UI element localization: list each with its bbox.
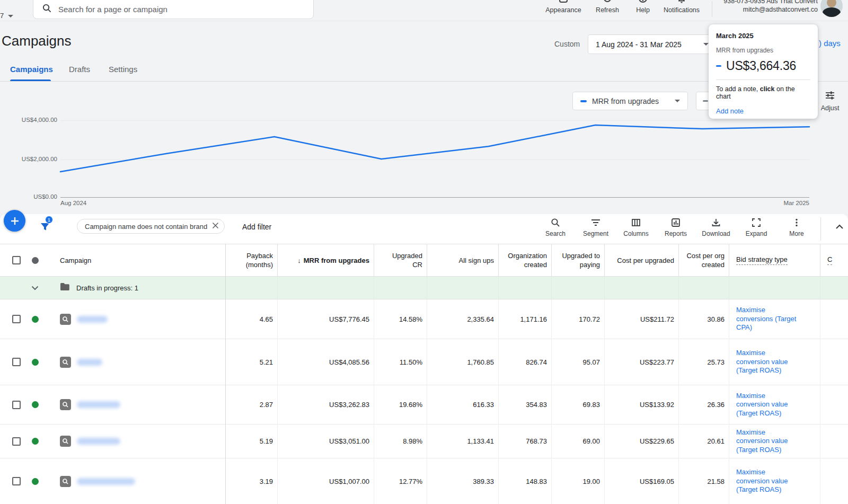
search-table-button[interactable]: Search xyxy=(536,217,575,237)
header-mrr-sorted[interactable]: ↓MRR from upgrades xyxy=(277,244,374,276)
tooltip-month: March 2025 xyxy=(716,32,810,40)
campaign-name-redacted[interactable] xyxy=(77,316,108,323)
select-all-checkbox[interactable] xyxy=(12,256,21,264)
download-button[interactable]: Download xyxy=(697,217,735,237)
campaign-name-redacted[interactable] xyxy=(77,359,102,366)
x-axis-line xyxy=(60,197,809,198)
sort-descending-icon: ↓ xyxy=(297,256,301,265)
series-dash-icon xyxy=(580,100,587,102)
reports-button[interactable]: Reports xyxy=(657,217,695,237)
avatar[interactable] xyxy=(820,0,843,17)
campaign-row[interactable]: 3.19 US$1,007.00 12.77% 389.33 148.83 19… xyxy=(0,458,848,504)
metric-dropdown[interactable]: MRR from upgrades xyxy=(572,92,688,110)
tooltip-metric: MRR from upgrades xyxy=(716,47,810,54)
header-org-created[interactable]: Organization created xyxy=(498,244,551,276)
frozen-column-divider xyxy=(225,244,226,504)
y-tick-label: US$0.00 xyxy=(7,193,57,200)
tooltip-hint: To add a note, click on the chart xyxy=(716,85,810,100)
header-cost-per-org[interactable]: Cost per org created xyxy=(678,244,729,276)
campaign-name-redacted[interactable] xyxy=(77,478,135,485)
chevron-down-icon[interactable] xyxy=(31,283,39,293)
group-row-label: Drafts in progress: 1 xyxy=(76,284,138,292)
create-campaign-fab[interactable] xyxy=(4,210,25,232)
row-checkbox[interactable] xyxy=(12,477,21,485)
search-icon xyxy=(536,217,575,228)
row-checkbox[interactable] xyxy=(12,358,21,366)
tab-campaigns[interactable]: Campaigns xyxy=(10,65,53,74)
expand-button[interactable]: Expand xyxy=(737,217,775,237)
x-tick-label-left: Aug 2024 xyxy=(60,200,86,206)
header-cost-per-upgraded[interactable]: Cost per upgraded xyxy=(604,244,678,276)
account-name: 938-073-0935 Ads That Convert xyxy=(723,0,818,5)
columns-button[interactable]: Columns xyxy=(617,217,655,237)
search-icon xyxy=(42,3,52,15)
adjust-button[interactable]: Adjust xyxy=(818,90,842,112)
account-id-partial[interactable]: 7 xyxy=(0,12,4,20)
appearance-icon xyxy=(540,0,587,4)
bid-strategy-link[interactable]: Maximise conversion value (Target ROAS) xyxy=(736,392,799,418)
collapse-table-button[interactable] xyxy=(834,222,845,234)
y-tick-label: US$2,000.00 xyxy=(7,156,57,162)
notifications-button[interactable]: Notifications xyxy=(658,0,705,18)
search-campaign-type-icon xyxy=(60,436,71,447)
columns-icon xyxy=(617,217,655,228)
expand-icon xyxy=(737,217,775,228)
bid-strategy-link[interactable]: Maximise conversions (Target CPA) xyxy=(736,306,799,332)
search-campaign-type-icon xyxy=(60,357,71,368)
more-button[interactable]: More xyxy=(778,217,816,237)
notifications-icon xyxy=(658,0,705,4)
status-enabled-dot xyxy=(32,438,39,445)
status-enabled-dot xyxy=(32,478,39,485)
bid-strategy-link[interactable]: Maximise conversion value (Target ROAS) xyxy=(736,349,799,375)
folder-icon xyxy=(60,282,70,293)
tooltip-value: US$3,664.36 xyxy=(726,59,796,73)
add-filter-button[interactable]: Add filter xyxy=(242,223,271,231)
filter-count-badge: 1 xyxy=(45,216,53,224)
add-note-link[interactable]: Add note xyxy=(716,107,810,115)
toolbar-divider xyxy=(820,217,821,241)
campaign-row[interactable]: 2.87 US$3,262.83 19.68% 616.33 354.83 69… xyxy=(0,385,848,425)
status-enabled-dot xyxy=(32,316,39,323)
row-checkbox[interactable] xyxy=(12,437,21,446)
chevron-down-icon xyxy=(703,43,709,46)
status-enabled-dot xyxy=(32,359,39,366)
tab-drafts[interactable]: Drafts xyxy=(69,65,90,74)
header-upgraded-to-paying[interactable]: Upgraded to paying xyxy=(551,244,604,276)
header-all-sign-ups[interactable]: All sign ups xyxy=(427,244,498,276)
tune-icon xyxy=(818,90,842,103)
bid-strategy-link[interactable]: Maximise conversion value (Target ROAS) xyxy=(736,428,799,455)
bid-strategy-link[interactable]: Maximise conversion value (Target ROAS) xyxy=(736,468,799,494)
campaign-row[interactable]: 5.21 US$4,085.56 11.50% 1,760.85 826.74 … xyxy=(0,339,848,385)
appearance-button[interactable]: Appearance xyxy=(540,0,587,18)
chevron-up-icon xyxy=(834,222,845,232)
top-bar: 7 Search for a page or campaign Appearan… xyxy=(0,0,848,21)
global-search-input[interactable]: Search for a page or campaign xyxy=(33,0,314,19)
campaign-row[interactable]: 4.65 US$7,776.45 14.58% 2,335.64 1,171.1… xyxy=(0,299,848,339)
campaign-name-redacted[interactable] xyxy=(77,401,120,408)
chevron-down-icon xyxy=(675,100,680,102)
header-bid-strategy[interactable]: Bid strategy type xyxy=(729,244,820,276)
tooltip-divider xyxy=(716,79,810,80)
filter-chip[interactable]: Campaign name does not contain brand xyxy=(77,219,225,234)
account-info[interactable]: 938-073-0935 Ads That Convert mitch@adst… xyxy=(723,0,818,14)
tab-settings[interactable]: Settings xyxy=(109,65,137,74)
header-campaign[interactable]: Campaign xyxy=(45,244,225,276)
drafts-group-row[interactable]: Drafts in progress: 1 xyxy=(0,277,848,299)
header-payback[interactable]: Payback (months) xyxy=(225,244,277,276)
campaign-name-redacted[interactable] xyxy=(77,438,120,445)
remove-filter-icon[interactable] xyxy=(212,222,219,231)
y-tick-label: US$4,000.00 xyxy=(7,117,57,123)
plus-icon xyxy=(10,216,20,226)
row-checkbox[interactable] xyxy=(12,315,21,323)
chevron-down-icon[interactable] xyxy=(8,15,13,17)
campaign-row[interactable]: 5.19 US$3,051.00 8.98% 1,133.41 768.73 6… xyxy=(0,425,848,458)
header-upgraded-cr[interactable]: Upgraded CR xyxy=(374,244,427,276)
period-quick-link-partial[interactable]: ) days xyxy=(819,39,841,48)
x-tick-label-right: Mar 2025 xyxy=(778,200,809,206)
gridline-4000 xyxy=(60,120,809,121)
header-partial-column[interactable]: C xyxy=(820,244,848,276)
segment-button[interactable]: Segment xyxy=(577,217,615,237)
row-checkbox[interactable] xyxy=(12,401,21,409)
date-range-selector[interactable]: 1 Aug 2024 - 31 Mar 2025 xyxy=(588,34,717,54)
status-filter-dot[interactable] xyxy=(32,257,39,264)
